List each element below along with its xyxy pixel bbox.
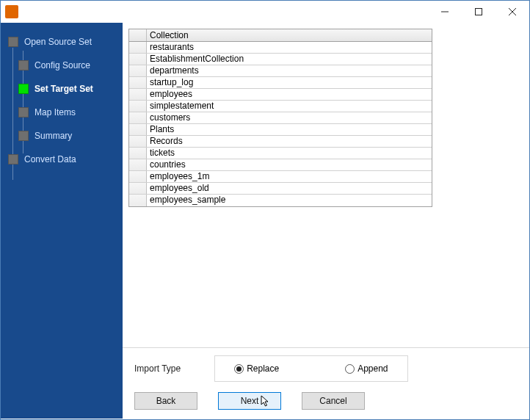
import-type-label: Import Type <box>134 363 181 374</box>
close-button[interactable] <box>495 1 529 23</box>
collection-cell: Records <box>147 136 432 147</box>
import-type-panel: Import Type Replace Append <box>123 347 529 388</box>
collection-cell: restaurants <box>147 42 432 53</box>
row-header <box>129 54 147 65</box>
row-header <box>129 136 147 147</box>
row-header <box>129 89 147 100</box>
table-row[interactable]: employees <box>129 89 432 101</box>
collection-cell: employees_1m <box>147 171 432 182</box>
radio-append[interactable]: Append <box>345 363 388 374</box>
collection-cell: countries <box>147 159 432 170</box>
table-row[interactable]: tickets <box>129 148 432 159</box>
row-header <box>129 171 147 182</box>
radio-dot-icon <box>234 364 244 374</box>
wizard-step-set-target-set[interactable]: Set Target Set <box>18 77 123 101</box>
cancel-button[interactable]: Cancel <box>302 392 365 410</box>
row-header <box>129 159 147 170</box>
radio-dot-icon <box>345 364 355 374</box>
collection-cell: Plants <box>147 124 432 135</box>
step-label: Open Source Set <box>24 37 92 47</box>
row-header <box>129 183 147 194</box>
row-header <box>129 148 147 159</box>
table-row[interactable]: customers <box>129 112 432 124</box>
step-label: Map Items <box>35 107 76 117</box>
step-box-icon <box>18 131 29 141</box>
wizard-sidebar: Open Source SetConfig SourceSet Target S… <box>1 23 123 419</box>
collection-cell: employees_sample <box>147 195 432 206</box>
step-box-icon <box>8 154 18 164</box>
radio-append-label: Append <box>357 363 388 374</box>
collection-cell: startup_log <box>147 77 432 88</box>
table-row[interactable]: employees_old <box>129 183 432 195</box>
row-header <box>129 124 147 135</box>
window-controls <box>428 1 529 23</box>
table-row[interactable]: employees_sample <box>129 195 432 206</box>
minimize-button[interactable] <box>428 1 462 23</box>
svg-rect-1 <box>476 9 482 15</box>
radio-replace-label: Replace <box>247 363 279 374</box>
table-row[interactable]: Plants <box>129 124 432 136</box>
table-row[interactable]: startup_log <box>129 77 432 89</box>
table-row[interactable]: countries <box>129 159 432 171</box>
table-row[interactable]: restaurants <box>129 42 432 54</box>
main-panel: Collection restaurantsEstablishmentColle… <box>123 23 529 419</box>
step-label: Config Source <box>35 60 90 70</box>
row-header <box>129 77 147 88</box>
collection-grid[interactable]: Collection restaurantsEstablishmentColle… <box>128 29 432 207</box>
wizard-step-config-source[interactable]: Config Source <box>18 54 123 77</box>
next-button[interactable]: Next <box>218 392 281 410</box>
table-row[interactable]: simplestatement <box>129 101 432 112</box>
step-box-icon <box>18 84 29 94</box>
collection-cell: employees_old <box>147 183 432 194</box>
step-label: Set Target Set <box>35 84 93 94</box>
step-box-icon <box>8 37 18 47</box>
collection-cell: departments <box>147 65 432 76</box>
row-header <box>129 101 147 112</box>
wizard-step-map-items[interactable]: Map Items <box>18 101 123 124</box>
wizard-step-convert-data[interactable]: Convert Data <box>8 148 123 171</box>
step-label: Convert Data <box>24 154 76 164</box>
step-box-icon <box>18 60 29 70</box>
row-header <box>129 42 147 53</box>
row-header <box>129 195 147 206</box>
collection-cell: simplestatement <box>147 101 432 112</box>
collection-cell: tickets <box>147 148 432 159</box>
wizard-button-bar: Back Next Cancel <box>123 388 529 419</box>
table-row[interactable]: employees_1m <box>129 171 432 183</box>
app-icon <box>5 5 18 18</box>
row-header <box>129 65 147 76</box>
step-label: Summary <box>35 131 72 141</box>
back-button[interactable]: Back <box>134 392 197 410</box>
grid-column-header[interactable]: Collection <box>147 29 432 41</box>
import-type-radiogroup: Replace Append <box>214 355 407 382</box>
collection-cell: customers <box>147 112 432 123</box>
row-header <box>129 112 147 123</box>
table-row[interactable]: Records <box>129 136 432 148</box>
collection-cell: employees <box>147 89 432 100</box>
table-row[interactable]: EstablishmentCollection <box>129 54 432 65</box>
wizard-step-open-source-set[interactable]: Open Source Set <box>8 30 123 54</box>
maximize-button[interactable] <box>462 1 495 23</box>
radio-replace[interactable]: Replace <box>234 363 279 374</box>
wizard-step-summary[interactable]: Summary <box>18 124 123 148</box>
step-box-icon <box>18 107 29 117</box>
collection-cell: EstablishmentCollection <box>147 54 432 65</box>
titlebar <box>1 1 529 23</box>
grid-corner <box>129 29 147 41</box>
table-row[interactable]: departments <box>129 65 432 77</box>
